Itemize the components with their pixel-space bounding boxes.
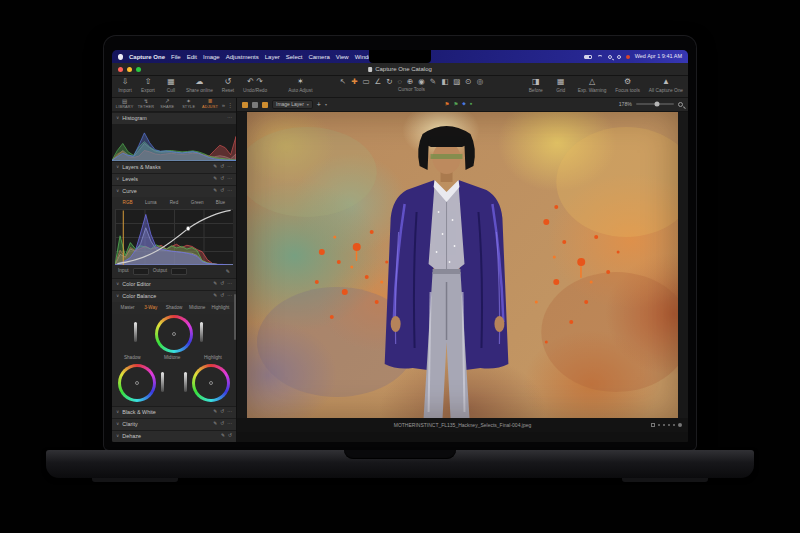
shadow-lightness-slider[interactable] [161, 372, 164, 392]
menu-item-camera[interactable]: Camera [308, 54, 329, 60]
close-button[interactable] [118, 67, 123, 72]
zoom-slider-knob[interactable] [654, 102, 659, 107]
zoom-slider[interactable] [636, 103, 674, 105]
cb-tab-highlight[interactable]: Highlight [209, 306, 232, 311]
linear-gradient-mask-tool-icon[interactable]: ▨ [453, 78, 460, 86]
menu-item-select[interactable]: Select [286, 54, 303, 60]
cb-tab-3way[interactable]: 3-Way [139, 306, 162, 311]
menu-item-edit[interactable]: Edit [187, 54, 197, 60]
magnifier-icon[interactable] [678, 102, 683, 107]
highlight-color-wheel[interactable] [192, 364, 230, 402]
minimize-button[interactable] [127, 67, 132, 72]
pan-tool-icon[interactable]: ✚ [351, 78, 357, 86]
curve-header[interactable]: ∨ Curve ✎ ↺ ··· [112, 185, 236, 197]
menu-item-file[interactable]: File [171, 54, 181, 60]
view-option-dot[interactable] [663, 424, 665, 426]
color-editor-reset-icon[interactable]: ↺ [220, 282, 224, 287]
import-button[interactable]: ⇩ Import [117, 78, 133, 94]
exposure-warning-button[interactable]: △ Exp. Warning [578, 78, 607, 94]
highlight-saturation-slider[interactable] [184, 372, 187, 392]
curve-menu-icon[interactable]: ··· [227, 189, 232, 194]
all-capture-one-button[interactable]: ▲ All Capture One [649, 78, 683, 94]
more-tabs-icon[interactable]: » [222, 102, 225, 108]
curve-output-field[interactable] [171, 268, 187, 275]
green-dot-icon[interactable]: ● [470, 102, 473, 107]
crop-tool-icon[interactable]: ▭ [362, 78, 369, 86]
pointer-tool-icon[interactable]: ↖ [340, 78, 346, 86]
proof-margin-icon[interactable] [651, 423, 655, 427]
curve-editor[interactable] [115, 209, 233, 265]
menu-item-adjustments[interactable]: Adjustments [226, 54, 259, 60]
view-option-dot[interactable] [673, 424, 675, 426]
cb-tab-midtone[interactable]: Midtone [186, 306, 209, 311]
curve-tab-red[interactable]: Red [162, 201, 185, 206]
tab-tether[interactable]: ↯ TETHER [136, 99, 155, 110]
panel-menu-icon[interactable]: ⋮ [227, 102, 233, 108]
rotate-tool-icon[interactable]: ↻ [386, 78, 392, 86]
midtone-color-wheel[interactable] [155, 315, 193, 353]
zoom-level[interactable]: 178% [619, 102, 632, 107]
mask-display-toggle-1[interactable] [242, 102, 248, 108]
tab-adjust[interactable]: ≣ ADJUST [200, 99, 219, 110]
curve-tab-luma[interactable]: Luma [139, 201, 162, 206]
curve-tab-blue[interactable]: Blue [209, 201, 232, 206]
record-icon[interactable] [626, 55, 630, 59]
wifi-icon[interactable] [597, 55, 603, 59]
undo-redo-button[interactable]: ↶ ↷ Undo/Redo [243, 78, 267, 94]
dehaze-header[interactable]: ∨ Dehaze ✎ ↺ [112, 430, 236, 442]
layers-masks-header[interactable]: ∨ Layers & Masks ✎ ↺ ··· [112, 161, 236, 173]
levels-header[interactable]: ∨ Levels ✎ ↺ ··· [112, 173, 236, 185]
tab-share[interactable]: ↗ SHARE [158, 99, 177, 110]
clarity-header[interactable]: ∨ Clarity ✎ ↺ ··· [112, 418, 236, 430]
reset-button[interactable]: ↺ Reset [220, 78, 236, 94]
levels-edit-icon[interactable]: ✎ [213, 177, 217, 182]
blue-diamond-icon[interactable]: ◆ [462, 102, 465, 107]
layers-reset-icon[interactable]: ↺ [220, 165, 224, 170]
cull-button[interactable]: ▦ Cull [163, 78, 179, 94]
dehaze-edit-icon[interactable]: ✎ [221, 434, 225, 439]
focus-tools-button[interactable]: ⚙ Focus tools [615, 78, 640, 94]
color-balance-menu-icon[interactable]: ··· [227, 294, 232, 299]
export-button[interactable]: ⇧ Export [140, 78, 156, 94]
view-toggle-icon[interactable] [678, 423, 682, 427]
color-editor-header[interactable]: ∨ Color Editor ✎ ↺ ··· [112, 278, 236, 290]
black-white-header[interactable]: ∨ Black & White ✎ ↺ ··· [112, 406, 236, 418]
photo-canvas[interactable] [247, 112, 678, 418]
layers-menu-icon[interactable]: ··· [227, 165, 232, 170]
mask-display-toggle-3[interactable] [262, 102, 268, 108]
grid-button[interactable]: ▦ Grid [553, 78, 569, 94]
view-option-dot[interactable] [668, 424, 670, 426]
curve-tab-rgb[interactable]: RGB [116, 201, 139, 206]
cb-tab-master[interactable]: Master [116, 306, 139, 311]
draw-mask-tool-icon[interactable]: ✎ [430, 78, 436, 86]
orange-flag-icon[interactable]: ⚑ [444, 102, 449, 108]
curve-tab-green[interactable]: Green [186, 201, 209, 206]
menu-bar-clock[interactable]: Wed Apr 1 9:41 AM [635, 54, 682, 60]
share-online-button[interactable]: ☁ Share online [186, 78, 213, 94]
curve-input-field[interactable] [133, 268, 149, 275]
shadow-color-wheel[interactable] [118, 364, 156, 402]
fullscreen-button[interactable] [136, 67, 141, 72]
bw-reset-icon[interactable]: ↺ [220, 410, 224, 415]
clarity-reset-icon[interactable]: ↺ [220, 422, 224, 427]
mask-display-toggle-2[interactable] [252, 102, 258, 108]
layers-edit-icon[interactable]: ✎ [213, 165, 217, 170]
green-flag-icon[interactable]: ⚑ [453, 102, 458, 108]
midtone-lightness-slider[interactable] [200, 322, 203, 342]
radial-gradient-mask-tool-icon[interactable]: ⊙ [465, 78, 471, 86]
color-editor-edit-icon[interactable]: ✎ [213, 282, 217, 287]
curve-picker-icon[interactable]: ✎ [226, 269, 230, 274]
auto-adjust-button[interactable]: ✶ Auto Adjust [288, 78, 312, 94]
before-button[interactable]: ◨ Before [528, 78, 544, 94]
menu-item-layer[interactable]: Layer [265, 54, 280, 60]
histogram-header[interactable]: ∨ Histogram ··· [112, 112, 236, 124]
color-picker-tool-icon[interactable]: ◎ [477, 78, 484, 86]
tab-library[interactable]: ▤ LIBRARY [115, 99, 134, 110]
color-editor-menu-icon[interactable]: ··· [227, 282, 232, 287]
color-balance-reset-icon[interactable]: ↺ [220, 294, 224, 299]
search-icon[interactable] [608, 55, 612, 59]
straighten-tool-icon[interactable]: ∠ [375, 78, 382, 86]
curve-edit-icon[interactable]: ✎ [213, 189, 217, 194]
view-option-dot[interactable] [658, 424, 660, 426]
curve-reset-icon[interactable]: ↺ [220, 189, 224, 194]
